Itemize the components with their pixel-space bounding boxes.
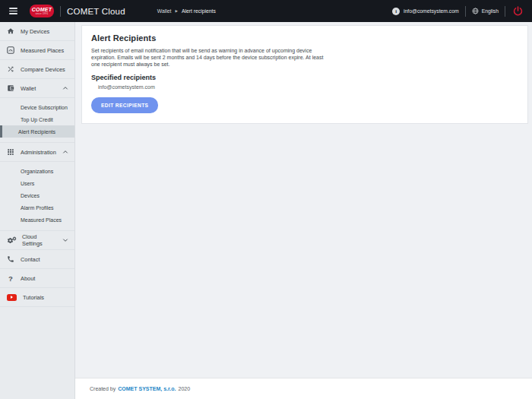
sidebar-item-organizations[interactable]: Organizations [0,165,74,177]
top-bar: COMET since 1991 COMET Cloud Wallet ▶ Al… [0,0,532,22]
shuffle-icon [7,65,14,73]
footer-created-by: Created by [90,386,116,391]
power-icon [513,6,523,16]
youtube-icon [7,294,17,301]
sidebar-item-label: About [21,275,70,282]
sidebar-item-label: Organizations [21,169,53,174]
sidebar-item-compare-devices[interactable]: Compare Devices [0,60,74,79]
sidebar-item-top-up-credit[interactable]: Top Up Credit [0,113,74,125]
logo-tagline: since 1991 [36,13,49,16]
sidebar-item-measured-places[interactable]: Measured Places [0,41,74,60]
globe-icon [472,8,479,14]
home-icon [7,27,14,35]
language-label: English [482,8,499,14]
sidebar-item-wallet[interactable]: Wallet [0,79,74,98]
sidebar-item-my-devices[interactable]: My Devices [0,22,74,41]
breadcrumb-arrow-icon: ▶ [175,9,177,13]
sidebar-item-label: Cloud Settings [22,233,56,247]
sidebar-item-contact[interactable]: Contact [0,250,74,269]
sidebar-item-label: Top Up Credit [21,117,53,122]
sidebar-item-label: Contact [21,256,70,263]
logout-button[interactable] [511,6,524,16]
language-selector[interactable]: English [472,8,499,14]
alert-recipients-card: Alert Recipients Set recipients of email… [81,25,528,124]
recipients-heading: Specified recipients [91,74,518,81]
question-icon: ? [7,274,14,283]
grid-icon [7,148,14,156]
sidebar-item-label: Administration [21,149,56,156]
footer-year: 2020 [178,386,190,391]
recipient-email: info@cometsystem.com [91,84,518,90]
sidebar-item-label: Alert Recipients [18,129,55,135]
wallet-icon [7,84,14,92]
footer: Created by COMET SYSTEM, s.r.o. 2020 [75,378,532,399]
sidebar-item-label: My Devices [21,28,70,35]
sidebar-item-label: Alarm Profiles [21,205,54,211]
sidebar-item-cloud-settings[interactable]: Cloud Settings [0,231,74,250]
sidebar-item-alarm-profiles[interactable]: Alarm Profiles [0,201,74,214]
breadcrumb: Wallet ▶ Alert recipients [157,8,216,14]
account-menu[interactable]: i info@cometsystem.com [392,8,459,15]
sidebar-item-label: Wallet [21,85,56,92]
comet-logo[interactable]: COMET since 1991 [30,5,54,17]
sidebar-item-devices[interactable]: Devices [0,189,74,201]
sidebar-item-label: Tutorials [23,294,70,301]
description-text: Set recipients of email notification tha… [91,48,328,68]
divider [505,6,505,17]
sidebar-item-users[interactable]: Users [0,177,74,189]
menu-icon[interactable] [9,8,17,14]
sidebar-item-label: Compare Devices [21,66,70,73]
sidebar-item-label: Devices [21,193,40,198]
chevron-up-icon [62,150,68,154]
sidebar: My Devices Measured Places Compare Devic… [0,22,75,399]
sidebar-item-alert-recipients[interactable]: Alert Recipients [0,125,74,138]
sidebar-item-device-subscription[interactable]: Device Subscription [0,101,74,113]
chevron-up-icon [62,86,68,90]
divider [465,6,466,17]
footer-company-link[interactable]: COMET SYSTEM, s.r.o. [118,386,176,391]
administration-submenu: Organizations Users Devices Alarm Profil… [0,162,74,231]
gauge-icon [7,46,14,54]
sidebar-item-label: Measured Places [21,47,70,54]
user-email: info@cometsystem.com [404,8,459,14]
page-title: Alert Recipients [91,33,518,43]
main-content: Alert Recipients Set recipients of email… [75,22,532,399]
chevron-down-icon [62,238,68,242]
breadcrumb-page: Alert recipients [182,8,216,14]
breadcrumb-section[interactable]: Wallet [157,8,172,14]
user-info-icon: i [392,8,400,15]
logo-brand-text: COMET [32,7,52,12]
wallet-submenu: Device Subscription Top Up Credit Alert … [0,98,74,143]
sidebar-item-measured-places-admin[interactable]: Measured Places [0,214,74,226]
app-title: COMET Cloud [67,7,125,16]
sidebar-item-tutorials[interactable]: Tutorials [0,288,74,307]
sidebar-item-label: Device Subscription [21,105,68,110]
sidebar-item-label: Measured Places [21,217,62,223]
sidebar-item-administration[interactable]: Administration [0,143,74,162]
gears-icon [7,236,16,244]
sidebar-item-about[interactable]: ? About [0,269,74,288]
sidebar-item-label: Users [21,181,34,186]
divider [60,6,61,17]
edit-recipients-button[interactable]: EDIT RECIPIENTS [91,97,158,113]
phone-icon [7,255,14,263]
